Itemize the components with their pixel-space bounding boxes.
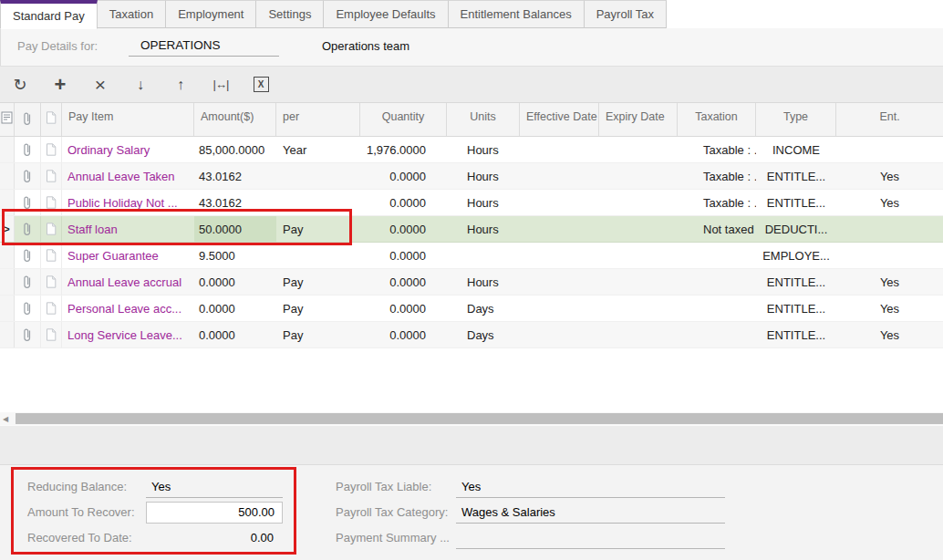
move-up-button[interactable]: ↑	[170, 74, 192, 96]
table-row[interactable]: Annual Leave accrual 0.0000 Pay 0.0000 H…	[0, 269, 943, 296]
expiry-date-cell[interactable]	[599, 190, 678, 215]
scroll-left-arrow-icon[interactable]: ◀	[3, 415, 8, 423]
per-cell[interactable]	[276, 190, 360, 215]
units-cell[interactable]: Hours	[447, 269, 520, 295]
col-header-quantity[interactable]: Quantity	[360, 103, 447, 136]
file-icon[interactable]	[41, 322, 62, 347]
type-cell[interactable]: DEDUCTI...	[756, 216, 836, 242]
per-cell[interactable]: Year	[276, 137, 360, 162]
expiry-date-cell[interactable]	[599, 296, 678, 321]
units-cell[interactable]: Days	[447, 322, 520, 347]
delete-row-button[interactable]: ×	[89, 74, 111, 96]
reducing-balance-value[interactable]: Yes	[146, 476, 283, 498]
payroll-tax-liable-value[interactable]: Yes	[456, 476, 725, 498]
col-header-expiry-date[interactable]: Expiry Date	[599, 103, 678, 136]
table-row[interactable]: > Staff loan 50.0000 Pay 0.0000 Hours No…	[0, 216, 943, 243]
col-header-taxation[interactable]: Taxation	[678, 103, 756, 136]
per-cell[interactable]: Pay	[276, 269, 360, 295]
taxation-cell[interactable]	[678, 243, 756, 268]
col-header-ent[interactable]: Ent.	[836, 103, 943, 136]
file-icon[interactable]	[41, 137, 62, 162]
paperclip-icon[interactable]	[15, 269, 41, 295]
taxation-cell[interactable]	[678, 296, 756, 321]
paperclip-icon[interactable]	[15, 137, 41, 162]
expiry-date-cell[interactable]	[599, 269, 678, 295]
quantity-cell[interactable]: 0.0000	[360, 296, 447, 321]
amount-cell[interactable]: 0.0000	[194, 322, 276, 347]
quantity-cell[interactable]: 0.0000	[360, 163, 447, 189]
col-header-units[interactable]: Units	[447, 103, 520, 136]
move-down-button[interactable]: ↓	[130, 74, 151, 96]
file-icon[interactable]	[41, 190, 62, 215]
ent-cell[interactable]: Yes	[836, 296, 943, 321]
quantity-cell[interactable]: 0.0000	[360, 190, 447, 215]
table-row[interactable]: Annual Leave Taken 43.0162 0.0000 Hours …	[0, 163, 943, 190]
ent-cell[interactable]: Yes	[836, 269, 943, 295]
pay-item-link[interactable]: Public Holiday Not ...	[67, 196, 178, 210]
expiry-date-cell[interactable]	[599, 322, 678, 347]
taxation-cell[interactable]: Not taxed ...	[678, 216, 756, 242]
amount-cell[interactable]: 0.0000	[194, 296, 276, 321]
units-cell[interactable]: Hours	[447, 216, 520, 242]
file-icon[interactable]	[41, 216, 62, 242]
ent-cell[interactable]	[836, 243, 943, 268]
table-row[interactable]: Super Guarantee 9.5000 0.0000 EMPLOYE...	[0, 243, 943, 269]
quantity-cell[interactable]: 0.0000	[360, 269, 447, 295]
col-header-pay-item[interactable]: Pay Item	[62, 103, 194, 136]
type-cell[interactable]: INCOME	[756, 137, 836, 162]
taxation-cell[interactable]: Taxable : ...	[678, 163, 756, 189]
pay-item-link[interactable]: Annual Leave accrual	[67, 275, 181, 289]
tab-standard-pay[interactable]: Standard Pay	[0, 0, 98, 29]
paperclip-icon[interactable]	[15, 216, 41, 242]
effective-date-cell[interactable]	[520, 216, 599, 242]
pay-item-link[interactable]: Super Guarantee	[67, 249, 159, 263]
taxation-cell[interactable]	[678, 269, 756, 295]
taxation-cell[interactable]: Taxable : ...	[678, 190, 756, 215]
amount-cell[interactable]: 43.0162	[194, 163, 276, 189]
paperclip-icon[interactable]	[15, 163, 41, 189]
refresh-button[interactable]: ↻	[9, 74, 31, 96]
type-cell[interactable]: EMPLOYE...	[756, 243, 836, 268]
effective-date-cell[interactable]	[520, 137, 599, 162]
tab-settings[interactable]: Settings	[256, 0, 324, 28]
table-row[interactable]: Public Holiday Not ... 43.0162 0.0000 Ho…	[0, 190, 943, 216]
ent-cell[interactable]	[836, 137, 943, 162]
per-cell[interactable]	[276, 163, 360, 189]
expiry-date-cell[interactable]	[599, 243, 678, 268]
units-cell[interactable]: Hours	[447, 137, 520, 162]
file-icon[interactable]	[41, 243, 62, 268]
per-cell[interactable]	[276, 243, 360, 268]
amount-cell[interactable]: 43.0162	[194, 190, 276, 215]
tab-entitlement-balances[interactable]: Entitlement Balances	[449, 0, 585, 28]
type-cell[interactable]: ENTITLE...	[756, 190, 836, 215]
employee-code-field[interactable]: OPERATIONS	[129, 34, 279, 57]
per-cell[interactable]: Pay	[276, 322, 360, 347]
ent-cell[interactable]: Yes	[836, 322, 943, 347]
per-cell[interactable]: Pay	[276, 216, 360, 242]
tab-payroll-tax[interactable]: Payroll Tax	[585, 0, 667, 28]
tab-employee-defaults[interactable]: Employee Defaults	[324, 0, 448, 28]
payroll-tax-category-value[interactable]: Wages & Salaries	[456, 502, 725, 524]
col-header-amount[interactable]: Amount($)	[194, 103, 276, 136]
expiry-date-cell[interactable]	[599, 137, 678, 162]
paperclip-icon[interactable]	[15, 322, 41, 347]
table-row[interactable]: Personal Leave acc... 0.0000 Pay 0.0000 …	[0, 296, 943, 322]
effective-date-cell[interactable]	[520, 269, 599, 295]
units-cell[interactable]: Days	[447, 296, 520, 321]
taxation-cell[interactable]	[678, 322, 756, 347]
tab-taxation[interactable]: Taxation	[98, 0, 166, 28]
col-header-effective-date[interactable]: Effective Date	[520, 103, 599, 136]
quantity-cell[interactable]: 1,976.0000	[360, 137, 447, 162]
quantity-cell[interactable]: 0.0000	[360, 216, 447, 242]
quantity-cell[interactable]: 0.0000	[360, 243, 447, 268]
units-cell[interactable]: Hours	[447, 163, 520, 189]
units-cell[interactable]	[447, 243, 520, 268]
per-cell[interactable]: Pay	[276, 296, 360, 321]
pay-item-link[interactable]: Ordinary Salary	[67, 143, 150, 157]
payment-summary-value[interactable]	[456, 527, 725, 549]
effective-date-cell[interactable]	[520, 163, 599, 189]
taxation-cell[interactable]: Taxable : ...	[678, 137, 756, 162]
pay-item-link[interactable]: Annual Leave Taken	[67, 170, 175, 183]
type-cell[interactable]: ENTITLE...	[756, 269, 836, 295]
fit-width-button[interactable]: |↔|	[210, 74, 232, 96]
